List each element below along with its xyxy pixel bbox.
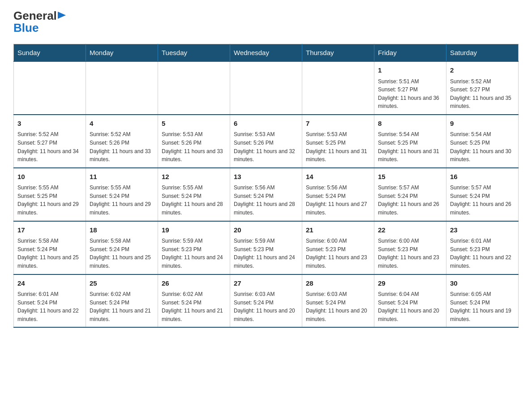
day-number: 20	[234, 225, 298, 235]
day-info: Sunrise: 5:59 AM Sunset: 5:23 PM Dayligh…	[162, 237, 226, 270]
day-number: 24	[17, 278, 82, 289]
day-info: Sunrise: 6:01 AM Sunset: 5:24 PM Dayligh…	[17, 290, 82, 323]
day-number: 1	[378, 65, 442, 76]
day-number: 17	[17, 225, 82, 235]
calendar-cell: 20Sunrise: 5:59 AM Sunset: 5:23 PM Dayli…	[230, 221, 302, 274]
day-number: 28	[306, 278, 370, 289]
day-number: 14	[306, 172, 370, 182]
calendar-cell: 11Sunrise: 5:55 AM Sunset: 5:24 PM Dayli…	[86, 168, 158, 221]
day-info: Sunrise: 5:52 AM Sunset: 5:27 PM Dayligh…	[17, 130, 82, 163]
day-number: 25	[90, 278, 154, 289]
day-number: 15	[378, 172, 442, 182]
day-info: Sunrise: 6:05 AM Sunset: 5:24 PM Dayligh…	[450, 290, 515, 323]
day-info: Sunrise: 5:53 AM Sunset: 5:25 PM Dayligh…	[306, 130, 370, 163]
day-info: Sunrise: 5:53 AM Sunset: 5:26 PM Dayligh…	[162, 130, 226, 163]
day-info: Sunrise: 5:54 AM Sunset: 5:25 PM Dayligh…	[450, 130, 515, 163]
calendar-cell: 12Sunrise: 5:55 AM Sunset: 5:24 PM Dayli…	[158, 168, 230, 221]
calendar-cell: 8Sunrise: 5:54 AM Sunset: 5:25 PM Daylig…	[374, 115, 446, 168]
day-number: 3	[17, 119, 82, 129]
day-number: 16	[450, 172, 515, 182]
page-header: General Blue	[13, 9, 519, 35]
header-tuesday: Tuesday	[158, 44, 230, 62]
day-info: Sunrise: 5:55 AM Sunset: 5:25 PM Dayligh…	[17, 184, 82, 217]
calendar-cell: 29Sunrise: 6:04 AM Sunset: 5:24 PM Dayli…	[374, 274, 446, 328]
svg-marker-0	[58, 12, 66, 19]
calendar-cell: 16Sunrise: 5:57 AM Sunset: 5:24 PM Dayli…	[446, 168, 519, 221]
day-info: Sunrise: 6:00 AM Sunset: 5:23 PM Dayligh…	[378, 237, 442, 270]
header-monday: Monday	[86, 44, 158, 62]
day-number: 5	[162, 119, 226, 129]
calendar-cell: 18Sunrise: 5:58 AM Sunset: 5:24 PM Dayli…	[86, 221, 158, 274]
day-number: 13	[234, 172, 298, 182]
calendar-cell: 24Sunrise: 6:01 AM Sunset: 5:24 PM Dayli…	[14, 274, 86, 328]
day-info: Sunrise: 5:57 AM Sunset: 5:24 PM Dayligh…	[378, 184, 442, 217]
calendar-cell: 17Sunrise: 5:58 AM Sunset: 5:24 PM Dayli…	[14, 221, 86, 274]
day-info: Sunrise: 6:02 AM Sunset: 5:24 PM Dayligh…	[162, 290, 226, 323]
day-number: 8	[378, 119, 442, 129]
day-number: 22	[378, 225, 442, 235]
day-info: Sunrise: 5:55 AM Sunset: 5:24 PM Dayligh…	[162, 184, 226, 217]
day-number: 9	[450, 119, 515, 129]
calendar-cell: 4Sunrise: 5:52 AM Sunset: 5:26 PM Daylig…	[86, 115, 158, 168]
calendar-cell	[86, 61, 158, 115]
day-info: Sunrise: 5:51 AM Sunset: 5:27 PM Dayligh…	[378, 77, 442, 111]
header-saturday: Saturday	[446, 44, 519, 62]
day-info: Sunrise: 6:03 AM Sunset: 5:24 PM Dayligh…	[234, 290, 298, 323]
day-number: 21	[306, 225, 370, 235]
calendar-cell: 5Sunrise: 5:53 AM Sunset: 5:26 PM Daylig…	[158, 115, 230, 168]
calendar-table: SundayMondayTuesdayWednesdayThursdayFrid…	[13, 44, 519, 328]
calendar-cell: 23Sunrise: 6:01 AM Sunset: 5:23 PM Dayli…	[446, 221, 519, 274]
logo-triangle-icon	[58, 12, 68, 21]
day-number: 2	[450, 65, 515, 76]
logo: General Blue	[13, 9, 68, 35]
day-info: Sunrise: 5:54 AM Sunset: 5:25 PM Dayligh…	[378, 130, 442, 163]
calendar-cell: 15Sunrise: 5:57 AM Sunset: 5:24 PM Dayli…	[374, 168, 446, 221]
day-info: Sunrise: 5:52 AM Sunset: 5:26 PM Dayligh…	[90, 130, 154, 163]
calendar-cell	[302, 61, 374, 115]
day-number: 10	[17, 172, 82, 182]
calendar-week-row: 3Sunrise: 5:52 AM Sunset: 5:27 PM Daylig…	[14, 115, 519, 168]
day-info: Sunrise: 5:55 AM Sunset: 5:24 PM Dayligh…	[90, 184, 154, 217]
day-info: Sunrise: 6:01 AM Sunset: 5:23 PM Dayligh…	[450, 237, 515, 270]
calendar-cell: 13Sunrise: 5:56 AM Sunset: 5:24 PM Dayli…	[230, 168, 302, 221]
day-number: 7	[306, 119, 370, 129]
day-number: 11	[90, 172, 154, 182]
day-info: Sunrise: 5:56 AM Sunset: 5:24 PM Dayligh…	[306, 184, 370, 217]
day-number: 26	[162, 278, 226, 289]
day-info: Sunrise: 5:58 AM Sunset: 5:24 PM Dayligh…	[90, 237, 154, 270]
day-number: 27	[234, 278, 298, 289]
day-number: 12	[162, 172, 226, 182]
calendar-cell: 1Sunrise: 5:51 AM Sunset: 5:27 PM Daylig…	[374, 61, 446, 115]
day-info: Sunrise: 6:02 AM Sunset: 5:24 PM Dayligh…	[90, 290, 154, 323]
calendar-cell: 10Sunrise: 5:55 AM Sunset: 5:25 PM Dayli…	[14, 168, 86, 221]
calendar-week-row: 17Sunrise: 5:58 AM Sunset: 5:24 PM Dayli…	[14, 221, 519, 274]
calendar-cell: 22Sunrise: 6:00 AM Sunset: 5:23 PM Dayli…	[374, 221, 446, 274]
calendar-cell: 26Sunrise: 6:02 AM Sunset: 5:24 PM Dayli…	[158, 274, 230, 328]
calendar-cell: 30Sunrise: 6:05 AM Sunset: 5:24 PM Dayli…	[446, 274, 519, 328]
day-info: Sunrise: 6:03 AM Sunset: 5:24 PM Dayligh…	[306, 290, 370, 323]
calendar-week-row: 1Sunrise: 5:51 AM Sunset: 5:27 PM Daylig…	[14, 61, 519, 115]
day-number: 19	[162, 225, 226, 235]
calendar-cell: 28Sunrise: 6:03 AM Sunset: 5:24 PM Dayli…	[302, 274, 374, 328]
header-friday: Friday	[374, 44, 446, 62]
calendar-cell: 3Sunrise: 5:52 AM Sunset: 5:27 PM Daylig…	[14, 115, 86, 168]
day-number: 6	[234, 119, 298, 129]
calendar-cell: 25Sunrise: 6:02 AM Sunset: 5:24 PM Dayli…	[86, 274, 158, 328]
calendar-cell: 21Sunrise: 6:00 AM Sunset: 5:23 PM Dayli…	[302, 221, 374, 274]
calendar-cell	[14, 61, 86, 115]
header-thursday: Thursday	[302, 44, 374, 62]
day-info: Sunrise: 5:58 AM Sunset: 5:24 PM Dayligh…	[17, 237, 82, 270]
calendar-cell: 27Sunrise: 6:03 AM Sunset: 5:24 PM Dayli…	[230, 274, 302, 328]
calendar-cell: 2Sunrise: 5:52 AM Sunset: 5:27 PM Daylig…	[446, 61, 519, 115]
calendar-header-row: SundayMondayTuesdayWednesdayThursdayFrid…	[14, 44, 519, 62]
header-wednesday: Wednesday	[230, 44, 302, 62]
calendar-week-row: 10Sunrise: 5:55 AM Sunset: 5:25 PM Dayli…	[14, 168, 519, 221]
calendar-cell	[158, 61, 230, 115]
day-info: Sunrise: 5:53 AM Sunset: 5:26 PM Dayligh…	[234, 130, 298, 163]
day-number: 23	[450, 225, 515, 235]
calendar-cell: 9Sunrise: 5:54 AM Sunset: 5:25 PM Daylig…	[446, 115, 519, 168]
logo-blue-text: Blue	[13, 21, 39, 35]
day-info: Sunrise: 5:59 AM Sunset: 5:23 PM Dayligh…	[234, 237, 298, 270]
calendar-cell: 7Sunrise: 5:53 AM Sunset: 5:25 PM Daylig…	[302, 115, 374, 168]
day-info: Sunrise: 6:00 AM Sunset: 5:23 PM Dayligh…	[306, 237, 370, 270]
